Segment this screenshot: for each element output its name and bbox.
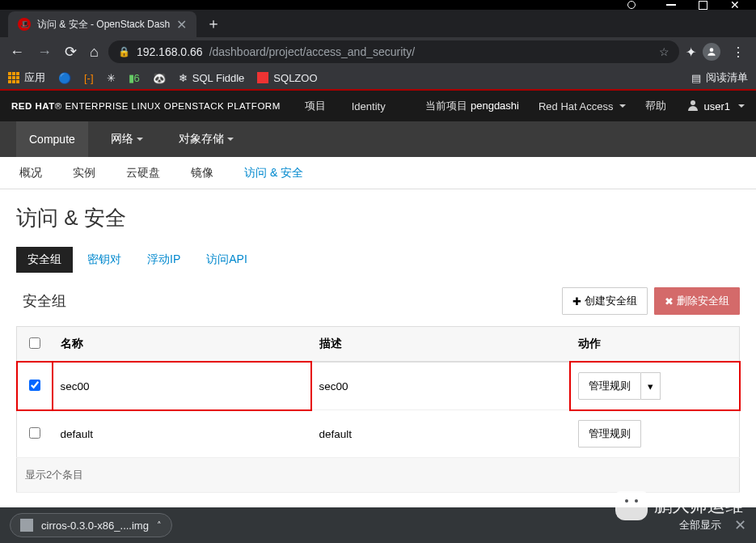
table-row: default default 管理规则 [17,410,740,458]
caret-down-icon: ▾ [648,380,653,392]
subtab-api-access[interactable]: 访问API [195,247,259,273]
bookmarks-bar: 应用 🔵 [-] ✳ ▮6 🐼 ❄ SQL Fiddle SQLZOO ▤ 阅读… [0,66,756,91]
col-name[interactable]: 名称 [53,327,311,363]
chevron-up-icon[interactable]: ˄ [157,520,162,531]
profile-avatar-icon[interactable] [703,43,720,61]
plus-icon: ✚ [572,295,581,308]
subtab-keypairs[interactable]: 密钥对 [76,247,133,273]
x-icon: ✖ [665,295,674,308]
action-dropdown-toggle[interactable]: ▾ [641,372,661,400]
apps-label: 应用 [24,70,45,85]
openstack-header: RED HAT® ENTERPRISE LINUX OPENSTACK PLAT… [0,91,756,121]
section-header: 安全组 ✚ 创建安全组 ✖ 删除安全组 [16,287,740,315]
bookmark-sqlzoo[interactable]: SQLZOO [257,72,317,84]
subtab-floating-ip[interactable]: 浮动IP [136,247,192,273]
bookmark-item[interactable]: [-] [84,72,94,84]
compute-tabs: 概况 实例 云硬盘 镜像 访问 & 安全 [0,157,756,189]
download-chip[interactable]: cirros-0.3.0-x86_....img ˄ [10,513,172,537]
apps-grid-icon [8,72,19,83]
close-tab-icon[interactable]: ✕ [176,17,187,32]
address-bar[interactable]: 🔒 192.168.0.66/dashboard/project/access_… [108,40,679,63]
openstack-subnav: Compute 网络 对象存储 [0,121,756,157]
bookmark-item[interactable]: 🔵 [58,72,71,84]
nav-identity[interactable]: Identity [339,91,399,121]
current-project: 当前项目 pengdashi [416,99,529,113]
cell-name: sec00 [53,362,311,410]
subnav-compute[interactable]: Compute [16,121,88,157]
bookmark-item[interactable]: ▮6 [129,72,140,84]
file-icon [20,519,33,532]
security-groups-table: 名称 描述 动作 sec00 sec00 管理规则 ▾ default [16,326,740,493]
subnav-network[interactable]: 网络 [98,121,156,157]
section-title: 安全组 [16,291,66,311]
home-button[interactable]: ⌂ [87,40,102,64]
cell-action: 管理规则 ▾ [570,362,740,410]
wechat-icon [615,491,648,520]
delete-security-group-button[interactable]: ✖ 删除安全组 [654,287,740,315]
cell-desc: sec00 [311,362,570,410]
bookmark-sqlfiddle[interactable]: ❄ SQL Fiddle [179,72,245,84]
bookmark-item[interactable]: ✳ [107,72,116,84]
tab-title: 访问 & 安全 - OpenStack Dash [37,18,170,32]
tab-access-security[interactable]: 访问 & 安全 [241,158,306,189]
col-desc[interactable]: 描述 [311,327,570,363]
manage-rules-button[interactable]: 管理规则 [578,372,641,400]
svg-point-0 [710,48,714,52]
table-footer: 显示2个条目 [17,458,740,493]
browser-tabbar: 🎩 访问 & 安全 - OpenStack Dash ✕ ＋ [0,10,756,37]
tab-volumes[interactable]: 云硬盘 [123,158,163,189]
reading-list-button[interactable]: ▤ 阅读清单 [691,70,748,85]
cell-action: 管理规则 [570,410,740,458]
apps-shortcut[interactable]: 应用 [8,70,45,85]
close-window-icon[interactable]: ✕ [730,0,740,11]
record-icon [627,1,636,9]
browser-menu-icon[interactable]: ⋮ [727,45,750,60]
download-filename: cirros-0.3.0-x86_....img [41,520,149,532]
manage-rules-button[interactable]: 管理规则 [578,420,641,448]
row-checkbox-cell [17,362,53,410]
reload-button[interactable]: ⟳ [61,40,80,64]
col-action: 动作 [570,327,740,363]
row-checkbox-cell [17,410,53,458]
back-button[interactable]: ← [6,40,27,64]
action-button-group: 管理规则 ▾ [578,372,661,400]
tab-instances[interactable]: 实例 [70,158,99,189]
window-titlebar: ✕ [0,0,756,10]
tab-overview[interactable]: 概况 [16,158,45,189]
row-checkbox[interactable] [29,380,40,391]
nav-project[interactable]: 项目 [292,91,339,121]
forward-button[interactable]: → [34,40,55,64]
bookmark-star-icon[interactable]: ☆ [659,45,669,58]
url-path: /dashboard/project/access_and_security/ [209,45,415,58]
browser-tab[interactable]: 🎩 访问 & 安全 - OpenStack Dash ✕ [8,11,196,37]
brand-logo: RED HAT® ENTERPRISE LINUX OPENSTACK PLAT… [0,101,292,111]
minimize-icon[interactable] [666,4,676,6]
create-security-group-button[interactable]: ✚ 创建安全组 [562,287,648,315]
redhat-favicon-icon: 🎩 [18,18,31,31]
page-content: 访问 & 安全 安全组 密钥对 浮动IP 访问API 安全组 ✚ 创建安全组 ✖… [0,189,756,507]
row-checkbox[interactable] [29,427,40,439]
maximize-icon[interactable] [699,1,707,10]
watermark: 鹏大师运维 [615,491,743,520]
bookmark-item[interactable]: 🐼 [153,72,166,84]
subnav-object-storage[interactable]: 对象存储 [166,121,247,157]
site-info-icon[interactable]: 🔒 [118,46,130,57]
subtab-security-groups[interactable]: 安全组 [16,247,73,273]
user-icon [687,100,699,112]
cell-name: default [53,410,311,458]
col-checkbox [17,327,53,363]
browser-toolbar: ← → ⟳ ⌂ 🔒 192.168.0.66/dashboard/project… [0,37,756,66]
user-menu[interactable]: user1 [676,100,756,112]
redhat-access-link[interactable]: Red Hat Access [529,100,636,112]
cell-desc: default [311,410,570,458]
help-link[interactable]: 帮助 [636,99,676,113]
page-title: 访问 & 安全 [16,204,740,232]
extensions-icon[interactable]: ✦ [686,45,696,60]
access-subtabs: 安全组 密钥对 浮动IP 访问API [16,247,740,273]
select-all-checkbox[interactable] [29,337,40,349]
new-tab-button[interactable]: ＋ [196,14,230,33]
tab-images[interactable]: 镜像 [188,158,217,189]
url-host: 192.168.0.66 [137,45,203,58]
table-row: sec00 sec00 管理规则 ▾ [17,362,740,410]
